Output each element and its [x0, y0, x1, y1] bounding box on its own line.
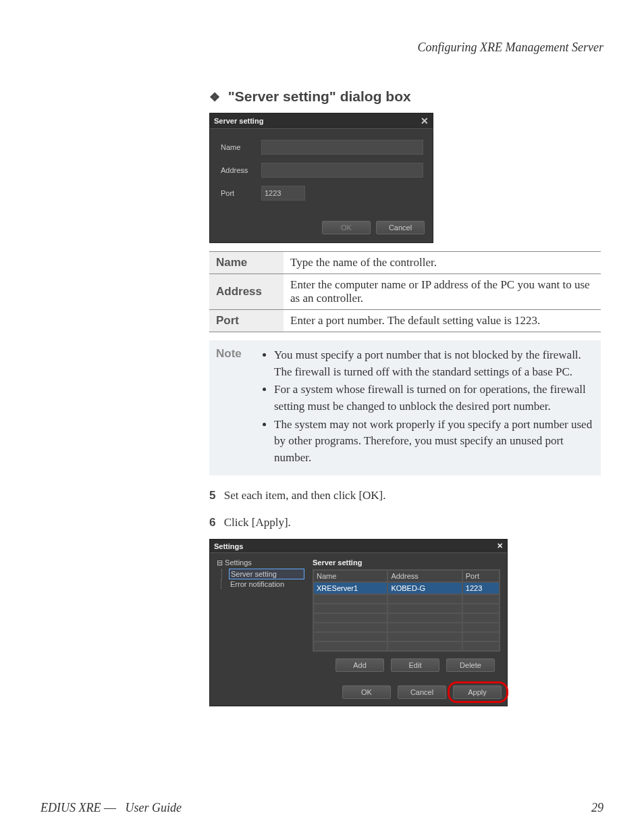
address-input[interactable] — [261, 163, 423, 178]
desc-row-text: Type the name of the controller. — [284, 252, 601, 274]
dialog-titlebar: Server setting ✕ — [210, 113, 433, 129]
page-header-context: Configuring XRE Management Server — [41, 41, 603, 55]
cell-address: KOBED-G — [387, 582, 462, 594]
ok-button[interactable]: OK — [322, 221, 371, 234]
page-footer: EDIUS XRE — User Guide 29 — [41, 801, 603, 815]
settings-tree: ⊟ Settings Server setting Error notifica… — [213, 556, 308, 677]
field-description-table: Name Type the name of the controller. Ad… — [209, 251, 601, 332]
cell-name: XREServer1 — [313, 582, 387, 594]
step-5: 5 Set each item, and then click [OK]. — [209, 489, 603, 502]
port-label: Port — [221, 189, 261, 197]
name-input[interactable] — [261, 140, 423, 155]
close-icon[interactable]: ✕ — [421, 115, 429, 126]
panel-title: Server setting — [313, 558, 500, 567]
note-label: Note — [216, 347, 263, 467]
port-input[interactable] — [261, 186, 305, 201]
page-number: 29 — [591, 801, 603, 815]
desc-row-text: Enter a port number. The default setting… — [284, 310, 601, 332]
col-port: Port — [462, 570, 500, 582]
step-6: 6 Click [Apply]. — [209, 516, 603, 529]
step-text: Set each item, and then click [OK]. — [224, 489, 386, 502]
dialog-title: Settings — [214, 542, 243, 550]
address-label: Address — [221, 166, 261, 174]
table-row[interactable]: XREServer1 KOBED-G 1223 — [313, 582, 500, 594]
step-number: 5 — [209, 489, 215, 502]
server-list-grid: Name Address Port XREServer1 KOBED-G 122… — [313, 569, 500, 652]
cancel-button[interactable]: Cancel — [398, 685, 446, 699]
note-box: Note You must specify a port number that… — [209, 340, 601, 475]
tree-item-server-setting[interactable]: Server setting — [229, 569, 304, 579]
apply-button[interactable]: Apply — [453, 685, 502, 699]
section-title-text: "Server setting" dialog box — [228, 88, 411, 104]
note-item: The system may not work properly if you … — [274, 417, 593, 467]
server-setting-dialog: Server setting ✕ Name Address Port OK Ca… — [209, 113, 433, 243]
col-name: Name — [313, 570, 387, 582]
col-address: Address — [387, 570, 462, 582]
close-icon[interactable]: ✕ — [497, 542, 503, 550]
tree-item-error-notification[interactable]: Error notification — [229, 579, 304, 589]
tree-expand-icon[interactable]: ⊟ — [217, 558, 223, 567]
note-item: You must specify a port number that is n… — [274, 347, 593, 380]
desc-row-label: Address — [209, 274, 284, 310]
desc-row-label: Name — [209, 252, 284, 274]
section-title: ❖ "Server setting" dialog box — [209, 88, 603, 105]
cancel-button[interactable]: Cancel — [376, 221, 425, 234]
step-text: Click [Apply]. — [224, 516, 291, 529]
desc-row-label: Port — [209, 310, 284, 332]
step-number: 6 — [209, 516, 215, 529]
ok-button[interactable]: OK — [342, 685, 391, 699]
add-button[interactable]: Add — [336, 658, 384, 672]
dialog-titlebar: Settings ✕ — [210, 540, 507, 553]
cell-port: 1223 — [462, 582, 500, 594]
settings-dialog: Settings ✕ ⊟ Settings Server setting Err… — [209, 539, 508, 706]
delete-button[interactable]: Delete — [446, 658, 495, 672]
name-label: Name — [221, 143, 261, 151]
footer-dash: — — [104, 801, 116, 814]
footer-product: EDIUS XRE — [41, 801, 101, 814]
edit-button[interactable]: Edit — [391, 658, 439, 672]
dialog-title: Server setting — [214, 117, 263, 125]
note-item: For a system whose firewall is turned on… — [274, 382, 593, 415]
desc-row-text: Enter the computer name or IP address of… — [284, 274, 601, 310]
diamond-icon: ❖ — [209, 90, 220, 104]
footer-guide: User Guide — [125, 801, 182, 814]
tree-root[interactable]: ⊟ Settings — [217, 558, 304, 567]
